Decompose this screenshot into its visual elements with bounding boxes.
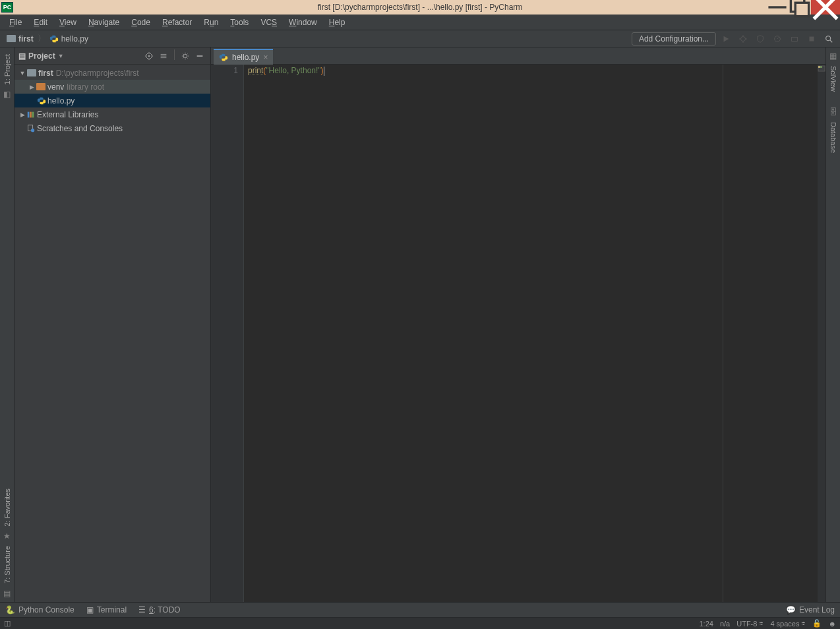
folder-icon [27, 69, 36, 76]
bottom-tool-window-bar: 🐍 Python Console ▣ Terminal ☰ 6: TODO 💬 … [0, 602, 840, 617]
structure-icon: ▤ [3, 589, 11, 598]
tool-window-terminal-tab[interactable]: ▣ Terminal [86, 605, 127, 614]
folder-icon [7, 35, 16, 42]
menu-run[interactable]: Run [198, 16, 224, 28]
scratches-icon [26, 124, 36, 133]
line-number-gutter: 1 [211, 65, 244, 602]
expand-arrow-icon[interactable]: ▶ [18, 111, 26, 118]
tab-label: hello.py [232, 53, 259, 62]
tree-project-root[interactable]: ▼ first D:\pycharmprojects\first [15, 66, 210, 80]
status-readonly-icon[interactable]: 🔓 [812, 619, 822, 628]
tool-window-python-console-tab[interactable]: 🐍 Python Console [5, 605, 75, 614]
project-view-icon: ▤ [18, 51, 26, 61]
svg-point-16 [148, 55, 150, 57]
breadcrumb-separator-icon: 〉 [36, 33, 47, 44]
panel-settings-button[interactable] [179, 49, 192, 63]
terminal-icon: ▣ [86, 605, 94, 614]
editor-tab-hello[interactable]: hello.py × [214, 49, 273, 65]
svg-point-24 [183, 54, 187, 57]
text-caret [324, 67, 324, 76]
svg-rect-11 [792, 37, 798, 41]
status-bar-toggle-icon[interactable]: ◫ [4, 619, 11, 628]
tool-window-todo-tab[interactable]: ☰ 6: TODO [138, 605, 181, 614]
run-button[interactable] [719, 32, 733, 46]
breadcrumb-file[interactable]: hello.py [47, 34, 91, 44]
menu-help[interactable]: Help [324, 16, 351, 28]
code-line-1[interactable]: print("Hello, Python!") [248, 66, 818, 77]
libraries-icon [26, 110, 36, 119]
project-tree[interactable]: ▼ first D:\pycharmprojects\first ▶ venv … [15, 65, 210, 602]
debug-button[interactable] [736, 32, 750, 46]
menu-edit[interactable]: Edit [28, 16, 53, 28]
menu-view[interactable]: View [54, 16, 82, 28]
tool-window-project-tab[interactable]: 1: Project [3, 51, 11, 87]
todo-icon: ☰ [138, 605, 146, 614]
menu-file[interactable]: File [4, 16, 27, 28]
breadcrumb-project[interactable]: first [4, 34, 36, 44]
status-bar: ◫ 1:24 n/a UTF-8 ≑ 4 spaces ≑ 🔓 ☻ [0, 617, 840, 629]
menu-vcs[interactable]: VCS [255, 16, 282, 28]
main-menu-bar: File Edit View Navigate Code Refactor Ru… [0, 15, 840, 30]
status-encoding[interactable]: UTF-8 ≑ [736, 620, 764, 628]
breadcrumb-project-label: first [18, 34, 34, 44]
tool-window-sciview-tab[interactable]: SciView [829, 63, 837, 94]
collapse-arrow-icon[interactable]: ▼ [18, 70, 26, 76]
add-configuration-button[interactable]: Add Configuration... [632, 32, 716, 45]
code-content-area[interactable]: print("Hello, Python!") [244, 65, 818, 602]
status-caret-position[interactable]: 1:24 [700, 620, 713, 628]
window-close-button[interactable] [811, 0, 840, 15]
svg-line-14 [830, 40, 833, 42]
line-number: 1 [211, 66, 238, 75]
menu-code[interactable]: Code [126, 16, 156, 28]
menu-refactor[interactable]: Refactor [157, 16, 197, 28]
status-inspections-icon[interactable]: ☻ [828, 620, 836, 628]
search-everywhere-button[interactable] [822, 32, 836, 46]
svg-point-13 [826, 36, 831, 40]
run-with-coverage-button[interactable] [753, 32, 767, 46]
left-tool-window-bar: 1: Project ◧ 2: Favorites ★ 7: Structure… [0, 47, 15, 602]
analysis-status-icon[interactable] [818, 65, 825, 71]
window-titlebar: PC first [D:\pycharmprojects\first] - ..… [0, 0, 840, 15]
status-indent[interactable]: 4 spaces ≑ [770, 620, 806, 628]
tree-scratches[interactable]: Scratches and Consoles [15, 121, 210, 135]
editor-tabs: hello.py × [211, 47, 825, 65]
navigation-bar: first 〉 hello.py Add Configuration... [0, 30, 840, 47]
status-line-separator[interactable]: n/a [720, 620, 730, 628]
tool-window-structure-tab[interactable]: 7: Structure [3, 543, 11, 586]
code-editor[interactable]: 1 print("Hello, Python!") [211, 65, 825, 602]
locate-file-button[interactable] [142, 49, 156, 63]
python-file-icon [37, 96, 46, 105]
tool-window-favorites-tab[interactable]: 2: Favorites [3, 486, 11, 529]
window-minimize-button[interactable] [766, 0, 789, 15]
star-icon: ★ [3, 531, 11, 541]
project-panel-header: ▤ Project ▼ [15, 47, 210, 65]
separator [174, 49, 175, 60]
svg-rect-33 [820, 66, 822, 68]
stop-button[interactable] [804, 32, 819, 46]
python-file-icon [49, 34, 59, 44]
expand-all-button[interactable] [157, 49, 170, 63]
svg-rect-2 [795, 3, 808, 16]
sciview-icon: ▦ [829, 51, 837, 61]
menu-navigate[interactable]: Navigate [83, 16, 125, 28]
menu-tools[interactable]: Tools [225, 16, 254, 28]
breadcrumb-file-label: hello.py [61, 34, 88, 44]
menu-window[interactable]: Window [284, 16, 322, 28]
tab-close-button[interactable]: × [263, 53, 268, 62]
profile-button[interactable] [770, 32, 785, 46]
svg-rect-28 [32, 111, 34, 117]
tree-venv-folder[interactable]: ▶ venv library root [15, 80, 210, 94]
tree-file-hello[interactable]: hello.py [15, 94, 210, 107]
attach-button[interactable] [787, 32, 802, 46]
window-maximize-button[interactable] [789, 0, 811, 15]
tree-external-libraries[interactable]: ▶ External Libraries [15, 107, 210, 121]
hide-panel-button[interactable] [193, 49, 206, 63]
tool-window-database-tab[interactable]: Database [829, 119, 837, 156]
event-log-icon: 💬 [786, 605, 796, 614]
tool-window-event-log-tab[interactable]: 💬 Event Log [786, 605, 835, 614]
python-file-icon [219, 53, 228, 62]
project-panel-title-dropdown[interactable]: ▤ Project ▼ [18, 51, 64, 61]
expand-arrow-icon[interactable]: ▶ [28, 84, 36, 90]
bookmark-icon[interactable]: ◧ [3, 90, 11, 99]
error-stripe[interactable] [818, 65, 825, 602]
